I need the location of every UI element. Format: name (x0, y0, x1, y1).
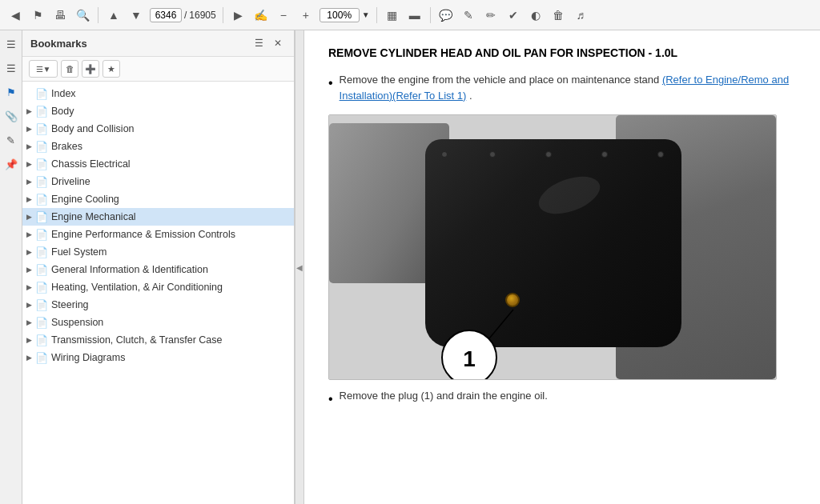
arrow-transmission: ▶ (22, 336, 35, 344)
book-icon-engine-perf: 📄 (35, 228, 48, 241)
search-icon[interactable]: 🔍 (74, 6, 91, 24)
bookmark-item-body-collision[interactable]: ▶ 📄 Body and Collision (22, 120, 294, 138)
zoom-input[interactable]: 100% (320, 8, 360, 22)
bookmark-item-brakes[interactable]: ▶ 📄 Brakes (22, 138, 294, 155)
bullet-2-text: Remove the plug (1) and drain the engine… (340, 388, 548, 404)
audio-icon[interactable]: ♬ (572, 6, 589, 24)
arrow-engine-mechanical: ▶ (22, 213, 35, 221)
bookmarks-icon[interactable]: ⚑ (2, 83, 20, 101)
zoom-dropdown-icon[interactable]: ▼ (362, 10, 370, 19)
print-icon[interactable]: 🖶 (51, 6, 69, 24)
bookmark-item-body[interactable]: ▶ 📄 Body (22, 102, 294, 120)
sidebar-options-icon[interactable]: ☰ (251, 35, 267, 51)
bookmark-label-transmission: Transmission, Clutch, & Transfer Case (51, 334, 287, 346)
svg-text:1: 1 (463, 346, 476, 371)
sidebar-collapse-handle[interactable]: ◀ (295, 30, 304, 504)
bookmarks-sidebar: Bookmarks ☰ ✕ ☰▼ 🗑 ➕ ★ 📄 Index ▶ 📄 Bo (22, 30, 295, 504)
page-input[interactable]: 6346 (150, 8, 182, 22)
arrow-wiring: ▶ (22, 354, 35, 362)
bookmark-item-suspension[interactable]: ▶ 📄 Suspension (22, 314, 294, 331)
sidebar-delete-btn[interactable]: 🗑 (61, 60, 78, 78)
content-bullet-1: • Remove the engine from the vehicle and… (328, 72, 796, 103)
bookmark-item-index[interactable]: 📄 Index (22, 85, 294, 102)
signatures-icon[interactable]: ✎ (2, 131, 20, 149)
layers-icon[interactable]: ☰ (2, 59, 20, 77)
bookmark-label-steering: Steering (51, 299, 287, 310)
bookmark-label-engine-mechanical: Engine Mechanical (51, 211, 287, 222)
bookmark-item-general[interactable]: ▶ 📄 General Information & Identification (22, 261, 294, 278)
book-icon-driveline: 📄 (35, 175, 48, 188)
arrow-engine-cooling: ▶ (22, 195, 35, 203)
bookmark-item-wiring[interactable]: ▶ 📄 Wiring Diagrams (22, 349, 294, 366)
sidebar-close-icon[interactable]: ✕ (270, 35, 286, 51)
bookmark-item-transmission[interactable]: ▶ 📄 Transmission, Clutch, & Transfer Cas… (22, 331, 294, 349)
zoom-in-icon[interactable]: + (297, 6, 315, 24)
nav-up-icon[interactable]: ▲ (105, 6, 123, 24)
sidebar-header-icons: ☰ ✕ (251, 35, 286, 51)
separator-2 (223, 7, 223, 23)
bookmark-label-suspension: Suspension (51, 317, 287, 328)
arrow-hvac: ▶ (22, 283, 35, 291)
arrow-driveline: ▶ (22, 178, 35, 186)
bookmark-item-steering[interactable]: ▶ 📄 Steering (22, 296, 294, 314)
bookmark-item-hvac[interactable]: ▶ 📄 Heating, Ventilation, & Air Conditio… (22, 278, 294, 296)
page-total: 16905 (189, 10, 215, 21)
bolt-5 (657, 151, 664, 158)
bookmark-label-wiring: Wiring Diagrams (51, 352, 287, 363)
delete-icon[interactable]: 🗑 (549, 6, 567, 24)
sidebar-add-btn[interactable]: ➕ (82, 60, 99, 78)
bolt-1 (441, 151, 448, 158)
comment-icon[interactable]: 💬 (437, 6, 455, 24)
attachments-icon[interactable]: 📎 (2, 107, 20, 125)
bookmark-label-index: Index (51, 88, 287, 99)
fit-page-icon[interactable]: ▦ (384, 6, 401, 24)
nav-down-icon[interactable]: ▼ (127, 6, 145, 24)
arrow-fuel: ▶ (22, 248, 35, 256)
bookmark-item-engine-perf[interactable]: ▶ 📄 Engine Performance & Emission Contro… (22, 226, 294, 243)
bookmark-item-engine-cooling[interactable]: ▶ 📄 Engine Cooling (22, 190, 294, 208)
highlight-icon[interactable]: ✎ (460, 6, 477, 24)
book-icon-body: 📄 (35, 105, 48, 118)
left-icon-bar: ☰ ☰ ⚑ 📎 ✎ 📌 (0, 30, 22, 504)
arrow-brakes: ▶ (22, 142, 35, 150)
arrow-body: ▶ (22, 107, 35, 115)
bookmark-label-body-collision: Body and Collision (51, 123, 287, 134)
stamp-icon[interactable]: ✔ (504, 6, 522, 24)
sidebar-view-btn[interactable]: ☰▼ (29, 60, 58, 78)
pages-icon[interactable]: ☰ (2, 35, 20, 53)
bookmark-label-hvac: Heating, Ventilation, & Air Conditioning (51, 282, 287, 293)
sidebar-star-btn[interactable]: ★ (102, 60, 120, 78)
select-tool-icon[interactable]: ▶ (230, 6, 247, 24)
bookmark-tree: 📄 Index ▶ 📄 Body ▶ 📄 Body and Collision … (22, 82, 294, 504)
book-icon-wiring: 📄 (35, 351, 48, 364)
drain-plug (505, 293, 520, 307)
paperclip-icon[interactable]: 📌 (2, 155, 20, 173)
book-icon-hvac: 📄 (35, 281, 48, 294)
book-icon-brakes: 📄 (35, 140, 48, 153)
bookmark-label-engine-cooling: Engine Cooling (51, 194, 287, 205)
bullet-1-main-text: Remove the engine from the vehicle and p… (340, 74, 662, 86)
bolt-3 (545, 151, 552, 158)
arrow-chassis: ▶ (22, 160, 35, 168)
redact-icon[interactable]: ◐ (527, 6, 545, 24)
sidebar-toolbar: ☰▼ 🗑 ➕ ★ (22, 57, 294, 82)
bookmark-label-chassis: Chassis Electrical (51, 158, 287, 170)
bookmark-item-chassis[interactable]: ▶ 📄 Chassis Electrical (22, 155, 294, 173)
bullet-symbol-2: • (328, 390, 333, 409)
bookmark-item-fuel[interactable]: ▶ 📄 Fuel System (22, 243, 294, 261)
separator-1 (98, 7, 98, 23)
bolt-4 (601, 151, 608, 158)
book-icon-engine-cooling: 📄 (35, 193, 48, 206)
hand-tool-icon[interactable]: ✍ (252, 6, 270, 24)
bookmark-icon[interactable]: ⚑ (29, 6, 46, 24)
arrow-general: ▶ (22, 266, 35, 274)
bookmark-item-engine-mechanical[interactable]: ▶ 📄 Engine Mechanical (22, 208, 294, 226)
draw-icon[interactable]: ✏ (482, 6, 500, 24)
back-icon[interactable]: ◀ (6, 6, 24, 24)
page-sep: / (184, 10, 187, 21)
zoom-out-icon[interactable]: − (275, 6, 292, 24)
book-icon-transmission: 📄 (35, 334, 48, 346)
main-area: ☰ ☰ ⚑ 📎 ✎ 📌 Bookmarks ☰ ✕ ☰▼ 🗑 ➕ ★ 📄 Ind… (0, 30, 820, 504)
bookmark-item-driveline[interactable]: ▶ 📄 Driveline (22, 173, 294, 190)
two-page-icon[interactable]: ▬ (406, 6, 424, 24)
